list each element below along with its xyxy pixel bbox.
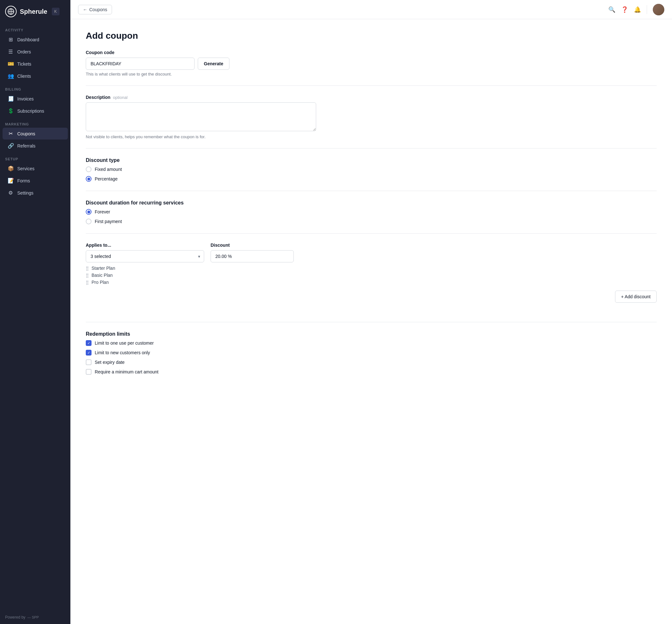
avatar-image xyxy=(653,4,664,15)
checkbox-expiry-box xyxy=(86,359,92,365)
plan-drag-icon-pro: ⣿ xyxy=(86,280,89,285)
sidebar-item-label-tickets: Tickets xyxy=(17,61,31,67)
plan-label-basic: Basic Plan xyxy=(92,272,113,278)
discount-col: Discount xyxy=(211,242,294,262)
sidebar-item-services[interactable]: 📦 Services xyxy=(3,162,68,174)
sidebar-item-referrals[interactable]: 🔗 Referrals xyxy=(3,140,68,152)
sidebar-section-label-marketing: MARKETING xyxy=(0,117,70,127)
sidebar-item-label-settings: Settings xyxy=(17,190,34,196)
back-button-label: Coupons xyxy=(89,7,107,12)
sidebar-item-clients[interactable]: 👥 Clients xyxy=(3,70,68,82)
search-icon[interactable]: 🔍 xyxy=(608,6,615,13)
radio-fixed-amount[interactable]: Fixed amount xyxy=(86,166,657,172)
coupon-code-hint: This is what clients will use to get the… xyxy=(86,72,657,76)
add-discount-button[interactable]: + Add discount xyxy=(615,291,657,303)
plan-drag-icon-basic: ⣿ xyxy=(86,273,89,278)
plan-label-starter: Starter Plan xyxy=(92,266,115,271)
help-icon[interactable]: ❓ xyxy=(621,6,628,13)
app-logo-icon xyxy=(5,6,17,17)
radio-first-payment-label: First payment xyxy=(95,219,122,224)
discount-type-label: Discount type xyxy=(86,157,657,163)
checkbox-min-cart[interactable]: Require a minimum cart amount xyxy=(86,369,657,375)
plan-tag-pro: ⣿ Pro Plan xyxy=(86,280,657,285)
description-textarea[interactable] xyxy=(86,102,316,131)
discount-duration-section: Discount duration for recurring services… xyxy=(86,200,657,224)
spp-brand: — SPP xyxy=(27,615,39,619)
radio-forever[interactable]: Forever xyxy=(86,209,657,215)
applies-discount-section: Applies to... 3 selected ▾ Discount ⣿ xyxy=(86,242,657,303)
back-arrow-icon: ← xyxy=(83,7,87,12)
sidebar-section-label-setup: SETUP xyxy=(0,152,70,162)
checkbox-one-use-box: ✓ xyxy=(86,340,92,346)
checkbox-new-customers[interactable]: ✓ Limit to new customers only xyxy=(86,350,657,356)
back-button[interactable]: ← Coupons xyxy=(78,5,112,15)
sidebar-item-label-dashboard: Dashboard xyxy=(17,37,40,42)
sidebar-item-orders[interactable]: ☰ Orders xyxy=(3,46,68,58)
description-optional: optional xyxy=(113,95,128,100)
sidebar-item-subscriptions[interactable]: 💲 Subscriptions xyxy=(3,105,68,117)
sidebar-item-label-subscriptions: Subscriptions xyxy=(17,108,44,113)
applies-to-label: Applies to... xyxy=(86,242,204,248)
sidebar-collapse-btn[interactable]: K xyxy=(52,8,59,15)
settings-icon: ⚙ xyxy=(8,190,14,196)
coupon-code-input[interactable] xyxy=(86,58,195,70)
checkbox-one-use-label: Limit to one use per customer xyxy=(95,340,154,346)
dashboard-icon: ⊞ xyxy=(8,36,14,43)
applies-discount-row: Applies to... 3 selected ▾ Discount xyxy=(86,242,657,262)
description-label: Description optional xyxy=(86,95,657,100)
checkbox-one-use[interactable]: ✓ Limit to one use per customer xyxy=(86,340,657,346)
page-title: Add coupon xyxy=(86,31,657,41)
clients-icon: 👥 xyxy=(8,73,14,79)
sidebar-item-coupons[interactable]: ✂ Coupons xyxy=(3,128,68,139)
sidebar-item-label-clients: Clients xyxy=(17,74,31,79)
sidebar-section-marketing: MARKETING ✂ Coupons 🔗 Referrals xyxy=(0,117,70,152)
description-hint: Not visible to clients, helps you rememb… xyxy=(86,134,657,139)
sidebar-item-invoices[interactable]: 🧾 Invoices xyxy=(3,93,68,105)
discount-type-radio-group: Fixed amount Percentage xyxy=(86,166,657,182)
discount-input[interactable] xyxy=(211,250,294,262)
subscriptions-icon: 💲 xyxy=(8,108,14,114)
sidebar-item-label-services: Services xyxy=(17,166,34,171)
sidebar-item-dashboard[interactable]: ⊞ Dashboard xyxy=(3,34,68,46)
sidebar-item-label-orders: Orders xyxy=(17,49,31,54)
tickets-icon: 🎫 xyxy=(8,61,14,67)
discount-type-section: Discount type Fixed amount Percentage xyxy=(86,157,657,182)
radio-forever-label: Forever xyxy=(95,209,110,214)
radio-percentage[interactable]: Percentage xyxy=(86,176,657,182)
radio-percentage-label: Percentage xyxy=(95,176,118,181)
notifications-icon[interactable]: 🔔 xyxy=(634,6,641,13)
main-content: ← Coupons 🔍 ❓ 🔔 Add coupon Coupon code G… xyxy=(70,0,672,624)
plan-tag-basic: ⣿ Basic Plan xyxy=(86,272,657,278)
topbar: ← Coupons 🔍 ❓ 🔔 xyxy=(70,0,672,19)
app-name: Spherule xyxy=(20,8,47,15)
coupons-icon: ✂ xyxy=(8,131,14,137)
sidebar-item-tickets[interactable]: 🎫 Tickets xyxy=(3,58,68,70)
plan-tag-starter: ⣿ Starter Plan xyxy=(86,266,657,271)
sidebar-item-settings[interactable]: ⚙ Settings xyxy=(3,187,68,199)
sidebar-logo: Spherule K xyxy=(0,0,70,23)
sidebar-item-label-coupons: Coupons xyxy=(17,131,35,136)
radio-percentage-circle xyxy=(86,176,92,182)
duration-radio-group: Forever First payment xyxy=(86,209,657,224)
coupon-code-section: Coupon code Generate This is what client… xyxy=(86,50,657,76)
page-content: Add coupon Coupon code Generate This is … xyxy=(70,19,672,624)
sidebar: Spherule K ACTIVITY ⊞ Dashboard ☰ Orders… xyxy=(0,0,70,624)
powered-by-label: Powered by xyxy=(5,615,25,620)
checkbox-expiry[interactable]: Set expiry date xyxy=(86,359,657,365)
sidebar-item-label-invoices: Invoices xyxy=(17,96,34,101)
topbar-divider xyxy=(647,5,647,14)
redemption-checkbox-group: ✓ Limit to one use per customer ✓ Limit … xyxy=(86,340,657,375)
orders-icon: ☰ xyxy=(8,49,14,55)
user-avatar[interactable] xyxy=(653,4,664,15)
radio-first-payment[interactable]: First payment xyxy=(86,218,657,224)
redemption-limits-label: Redemption limits xyxy=(86,331,657,337)
topbar-icons: 🔍 ❓ 🔔 xyxy=(608,4,664,15)
applies-to-select[interactable]: 3 selected xyxy=(86,250,204,262)
generate-button[interactable]: Generate xyxy=(198,58,229,70)
sidebar-item-forms[interactable]: 📝 Forms xyxy=(3,175,68,187)
radio-first-payment-circle xyxy=(86,218,92,224)
checkbox-new-customers-box: ✓ xyxy=(86,350,92,356)
coupon-code-row: Generate xyxy=(86,58,657,70)
sidebar-section-label-activity: ACTIVITY xyxy=(0,23,70,33)
sidebar-footer: Powered by — SPP xyxy=(0,610,70,624)
